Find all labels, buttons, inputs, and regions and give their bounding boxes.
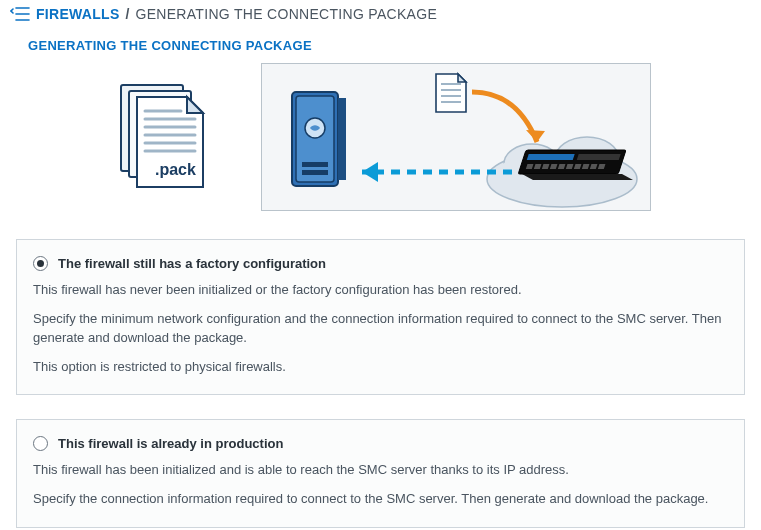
svg-rect-17	[576, 154, 620, 160]
svg-rect-16	[526, 154, 574, 160]
svg-rect-37	[338, 98, 346, 180]
firewall-list-icon	[10, 6, 30, 22]
illustration-row: .pack	[10, 63, 751, 211]
option-description: This firewall has never been initialized…	[33, 281, 728, 376]
svg-rect-33	[296, 96, 334, 182]
option-factory-config[interactable]: The firewall still has a factory configu…	[16, 239, 745, 395]
arrow-download-icon	[472, 92, 545, 142]
radio-factory-config[interactable]	[33, 256, 48, 271]
svg-rect-35	[302, 170, 328, 175]
file-icon	[436, 74, 466, 112]
radio-in-production[interactable]	[33, 436, 48, 451]
breadcrumb: FIREWALLS / GENERATING THE CONNECTING PA…	[10, 6, 751, 22]
breadcrumb-current: GENERATING THE CONNECTING PACKAGE	[135, 6, 437, 22]
breadcrumb-root[interactable]: FIREWALLS	[36, 6, 120, 22]
option-description: This firewall has been initialized and i…	[33, 461, 728, 509]
connection-diagram	[261, 63, 651, 211]
server-icon	[292, 92, 346, 186]
option-in-production[interactable]: This firewall is already in production T…	[16, 419, 745, 528]
svg-rect-15	[518, 150, 626, 174]
pack-file-icon: .pack	[111, 77, 221, 197]
option-title: The firewall still has a factory configu…	[58, 256, 326, 271]
section-title: GENERATING THE CONNECTING PACKAGE	[28, 38, 751, 53]
breadcrumb-separator: /	[126, 6, 130, 22]
pack-label: .pack	[155, 161, 196, 178]
option-title: This firewall is already in production	[58, 436, 283, 451]
svg-rect-34	[302, 162, 328, 167]
